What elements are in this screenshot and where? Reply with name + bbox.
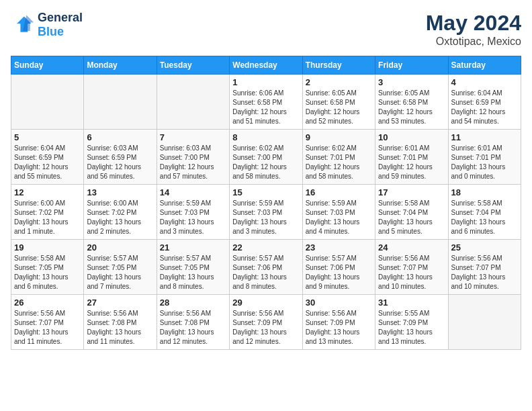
- day-info: Sunrise: 5:59 AM Sunset: 7:03 PM Dayligh…: [232, 199, 299, 236]
- calendar-week-row: 12Sunrise: 6:00 AM Sunset: 7:02 PM Dayli…: [11, 185, 521, 240]
- day-info: Sunrise: 6:02 AM Sunset: 7:00 PM Dayligh…: [232, 144, 299, 181]
- calendar-cell: 3Sunrise: 6:05 AM Sunset: 6:58 PM Daylig…: [375, 75, 448, 130]
- location: Oxtotipac, Mexico: [426, 36, 521, 48]
- day-info: Sunrise: 6:04 AM Sunset: 6:59 PM Dayligh…: [14, 144, 81, 181]
- calendar: SundayMondayTuesdayWednesdayThursdayFrid…: [11, 56, 521, 350]
- day-number: 15: [232, 187, 299, 197]
- day-number: 7: [160, 132, 226, 142]
- calendar-cell: 30Sunrise: 5:56 AM Sunset: 7:09 PM Dayli…: [302, 295, 375, 350]
- day-info: Sunrise: 6:01 AM Sunset: 7:01 PM Dayligh…: [378, 144, 445, 181]
- day-number: 29: [232, 298, 299, 308]
- day-info: Sunrise: 6:02 AM Sunset: 7:01 PM Dayligh…: [306, 144, 372, 181]
- day-number: 12: [14, 187, 81, 197]
- day-number: 4: [451, 77, 518, 87]
- day-number: 26: [14, 298, 81, 308]
- day-info: Sunrise: 5:58 AM Sunset: 7:04 PM Dayligh…: [451, 199, 518, 236]
- calendar-cell: 19Sunrise: 5:58 AM Sunset: 7:05 PM Dayli…: [11, 240, 84, 295]
- day-info: Sunrise: 6:06 AM Sunset: 6:58 PM Dayligh…: [232, 89, 299, 126]
- calendar-cell: 5Sunrise: 6:04 AM Sunset: 6:59 PM Daylig…: [11, 130, 84, 185]
- calendar-cell: 23Sunrise: 5:57 AM Sunset: 7:06 PM Dayli…: [302, 240, 375, 295]
- calendar-cell: 25Sunrise: 5:56 AM Sunset: 7:07 PM Dayli…: [448, 240, 521, 295]
- day-info: Sunrise: 6:00 AM Sunset: 7:02 PM Dayligh…: [87, 199, 153, 236]
- month-title: May 2024: [426, 11, 521, 36]
- calendar-week-row: 19Sunrise: 5:58 AM Sunset: 7:05 PM Dayli…: [11, 240, 521, 295]
- calendar-cell: [448, 295, 521, 350]
- day-info: Sunrise: 5:56 AM Sunset: 7:07 PM Dayligh…: [378, 254, 445, 291]
- calendar-cell: [157, 75, 229, 130]
- day-info: Sunrise: 5:57 AM Sunset: 7:05 PM Dayligh…: [160, 254, 226, 291]
- weekday-header-row: SundayMondayTuesdayWednesdayThursdayFrid…: [11, 56, 521, 75]
- day-info: Sunrise: 5:55 AM Sunset: 7:09 PM Dayligh…: [378, 309, 445, 347]
- day-info: Sunrise: 5:59 AM Sunset: 7:03 PM Dayligh…: [160, 199, 226, 236]
- title-area: May 2024 Oxtotipac, Mexico: [426, 11, 521, 48]
- day-number: 19: [14, 242, 81, 253]
- weekday-header: Wednesday: [230, 56, 302, 75]
- day-number: 14: [160, 187, 226, 197]
- calendar-cell: 8Sunrise: 6:02 AM Sunset: 7:00 PM Daylig…: [230, 130, 302, 185]
- day-info: Sunrise: 5:56 AM Sunset: 7:08 PM Dayligh…: [87, 309, 153, 347]
- day-number: 9: [306, 132, 372, 142]
- day-info: Sunrise: 6:05 AM Sunset: 6:58 PM Dayligh…: [306, 89, 372, 126]
- calendar-cell: 31Sunrise: 5:55 AM Sunset: 7:09 PM Dayli…: [375, 295, 448, 350]
- calendar-cell: 6Sunrise: 6:03 AM Sunset: 6:59 PM Daylig…: [84, 130, 157, 185]
- logo-text: General Blue: [38, 11, 83, 39]
- day-info: Sunrise: 5:57 AM Sunset: 7:06 PM Dayligh…: [232, 254, 299, 291]
- calendar-cell: 1Sunrise: 6:06 AM Sunset: 6:58 PM Daylig…: [230, 75, 302, 130]
- calendar-cell: 27Sunrise: 5:56 AM Sunset: 7:08 PM Dayli…: [84, 295, 157, 350]
- calendar-cell: 4Sunrise: 6:04 AM Sunset: 6:59 PM Daylig…: [448, 75, 521, 130]
- day-info: Sunrise: 5:57 AM Sunset: 7:05 PM Dayligh…: [87, 254, 153, 291]
- logo: General Blue: [11, 11, 83, 39]
- calendar-cell: 12Sunrise: 6:00 AM Sunset: 7:02 PM Dayli…: [11, 185, 84, 240]
- day-number: 27: [87, 298, 153, 308]
- day-number: 2: [306, 77, 372, 87]
- calendar-cell: 26Sunrise: 5:56 AM Sunset: 7:07 PM Dayli…: [11, 295, 84, 350]
- day-number: 16: [306, 187, 372, 197]
- day-info: Sunrise: 5:57 AM Sunset: 7:06 PM Dayligh…: [306, 254, 372, 291]
- day-number: 8: [232, 132, 299, 142]
- calendar-cell: 17Sunrise: 5:58 AM Sunset: 7:04 PM Dayli…: [375, 185, 448, 240]
- weekday-header: Friday: [375, 56, 448, 75]
- day-number: 25: [451, 242, 518, 253]
- weekday-header: Saturday: [448, 56, 521, 75]
- day-number: 10: [378, 132, 445, 142]
- page-header: General Blue May 2024 Oxtotipac, Mexico: [11, 11, 521, 48]
- day-info: Sunrise: 5:58 AM Sunset: 7:05 PM Dayligh…: [14, 254, 81, 291]
- calendar-cell: [11, 75, 84, 130]
- logo-icon: [11, 13, 35, 37]
- day-number: 17: [378, 187, 445, 197]
- calendar-cell: 15Sunrise: 5:59 AM Sunset: 7:03 PM Dayli…: [230, 185, 302, 240]
- weekday-header: Monday: [84, 56, 157, 75]
- calendar-cell: 10Sunrise: 6:01 AM Sunset: 7:01 PM Dayli…: [375, 130, 448, 185]
- calendar-cell: 18Sunrise: 5:58 AM Sunset: 7:04 PM Dayli…: [448, 185, 521, 240]
- day-number: 30: [306, 298, 372, 308]
- day-number: 23: [306, 242, 372, 253]
- day-info: Sunrise: 6:01 AM Sunset: 7:01 PM Dayligh…: [451, 144, 518, 181]
- calendar-cell: [84, 75, 157, 130]
- day-info: Sunrise: 5:59 AM Sunset: 7:03 PM Dayligh…: [306, 199, 372, 236]
- weekday-header: Thursday: [302, 56, 375, 75]
- day-info: Sunrise: 6:03 AM Sunset: 7:00 PM Dayligh…: [160, 144, 226, 181]
- calendar-cell: 13Sunrise: 6:00 AM Sunset: 7:02 PM Dayli…: [84, 185, 157, 240]
- day-info: Sunrise: 5:56 AM Sunset: 7:07 PM Dayligh…: [14, 309, 81, 347]
- calendar-cell: 11Sunrise: 6:01 AM Sunset: 7:01 PM Dayli…: [448, 130, 521, 185]
- day-number: 1: [232, 77, 299, 87]
- calendar-cell: 22Sunrise: 5:57 AM Sunset: 7:06 PM Dayli…: [230, 240, 302, 295]
- weekday-header: Tuesday: [157, 56, 229, 75]
- day-number: 22: [232, 242, 299, 253]
- day-number: 28: [160, 298, 226, 308]
- day-number: 13: [87, 187, 153, 197]
- day-number: 24: [378, 242, 445, 253]
- day-number: 18: [451, 187, 518, 197]
- day-number: 21: [160, 242, 226, 253]
- day-info: Sunrise: 6:05 AM Sunset: 6:58 PM Dayligh…: [378, 89, 445, 126]
- day-info: Sunrise: 5:58 AM Sunset: 7:04 PM Dayligh…: [378, 199, 445, 236]
- day-info: Sunrise: 5:56 AM Sunset: 7:08 PM Dayligh…: [160, 309, 226, 347]
- calendar-cell: 14Sunrise: 5:59 AM Sunset: 7:03 PM Dayli…: [157, 185, 229, 240]
- calendar-week-row: 26Sunrise: 5:56 AM Sunset: 7:07 PM Dayli…: [11, 295, 521, 350]
- day-info: Sunrise: 6:03 AM Sunset: 6:59 PM Dayligh…: [87, 144, 153, 181]
- weekday-header: Sunday: [11, 56, 84, 75]
- calendar-cell: 20Sunrise: 5:57 AM Sunset: 7:05 PM Dayli…: [84, 240, 157, 295]
- calendar-cell: 9Sunrise: 6:02 AM Sunset: 7:01 PM Daylig…: [302, 130, 375, 185]
- calendar-cell: 16Sunrise: 5:59 AM Sunset: 7:03 PM Dayli…: [302, 185, 375, 240]
- day-number: 3: [378, 77, 445, 87]
